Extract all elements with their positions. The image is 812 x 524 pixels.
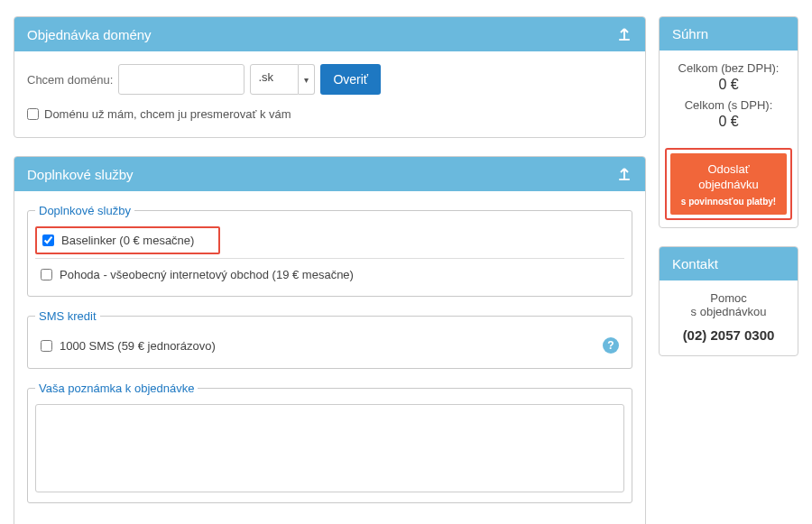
order-note-textarea[interactable] (35, 404, 624, 492)
verify-button[interactable]: Overiť (320, 64, 381, 95)
sms-label: 1000 SMS (59 € jednorázovo) (60, 339, 216, 353)
svg-rect-1 (620, 179, 630, 179)
summary-title: Súhrn (672, 26, 708, 41)
tld-select[interactable]: .sk (250, 64, 299, 95)
pohoda-label: Pohoda - všeobecný internetový obchod (1… (60, 268, 354, 281)
summary-header: Súhrn (660, 17, 798, 51)
have-domain-label: Doménu už mám, chcem ju presmerovať k vá… (44, 107, 291, 121)
collapse-up-icon[interactable] (616, 26, 632, 42)
submit-sub: s povinnosťou platby! (674, 196, 783, 207)
domain-order-panel: Objednávka domény Chcem doménu: .sk ▾ Ov… (14, 16, 646, 138)
svg-rect-0 (620, 39, 630, 40)
contact-title: Kontakt (672, 256, 718, 271)
sms-credit-group: SMS kredit 1000 SMS (59 € jednorázovo) ? (27, 309, 632, 369)
total-vat-label: Celkom (s DPH): (667, 98, 790, 112)
domain-input-row: Chcem doménu: .sk ▾ Overiť (27, 64, 632, 95)
submit-order-button[interactable]: Odoslať objednávku s povinnosťou platby! (670, 153, 787, 215)
contact-help-line1: Pomoc (667, 291, 790, 305)
contact-panel: Kontakt Pomoc s objednávkou (02) 2057 03… (659, 246, 798, 356)
total-no-vat-value: 0 € (667, 77, 790, 93)
pohoda-checkbox[interactable] (41, 269, 52, 280)
order-note-legend: Vaša poznámka k objednávke (35, 382, 198, 395)
addon-services-group: Doplnkové služby Baselinker (0 € mesačne… (27, 204, 632, 297)
have-domain-checkbox[interactable] (27, 108, 39, 120)
pohoda-row: Pohoda - všeobecný internetový obchod (1… (35, 262, 624, 287)
domain-order-header: Objednávka domény (14, 17, 645, 51)
sms-row: 1000 SMS (59 € jednorázovo) ? (35, 332, 624, 359)
contact-help-line2: s objednávkou (667, 305, 790, 318)
chevron-down-icon[interactable]: ▾ (299, 64, 315, 95)
addons-header: Doplnkové služby (14, 157, 645, 191)
submit-line2: objednávku (698, 178, 759, 191)
baselinker-label: Baselinker (0 € mesačne) (61, 234, 194, 247)
sms-checkbox[interactable] (41, 340, 52, 352)
collapse-up-icon[interactable] (616, 166, 632, 182)
contact-phone: (02) 2057 0300 (667, 327, 790, 343)
baselinker-checkbox[interactable] (42, 234, 54, 246)
contact-header: Kontakt (660, 247, 798, 280)
domain-name-input[interactable] (118, 64, 245, 95)
domain-order-title: Objednávka domény (27, 27, 152, 42)
baselinker-row: Baselinker (0 € mesačne) (35, 226, 220, 254)
addons-panel: Doplnkové služby Doplnkové služby Baseli… (14, 156, 646, 524)
summary-panel: Súhrn Celkom (bez DPH): 0 € Celkom (s DP… (659, 16, 798, 228)
addons-title: Doplnkové služby (27, 167, 134, 182)
total-no-vat-label: Celkom (bez DPH): (667, 61, 790, 75)
total-vat-value: 0 € (667, 114, 790, 130)
addon-services-legend: Doplnkové služby (35, 204, 134, 217)
help-icon[interactable]: ? (603, 337, 619, 354)
submit-line1: Odoslať (707, 162, 749, 176)
order-note-group: Vaša poznámka k objednávke (27, 382, 632, 503)
sms-credit-legend: SMS kredit (35, 309, 100, 323)
submit-highlight: Odoslať objednávku s povinnosťou platby! (665, 148, 792, 220)
want-domain-label: Chcem doménu: (27, 73, 113, 87)
